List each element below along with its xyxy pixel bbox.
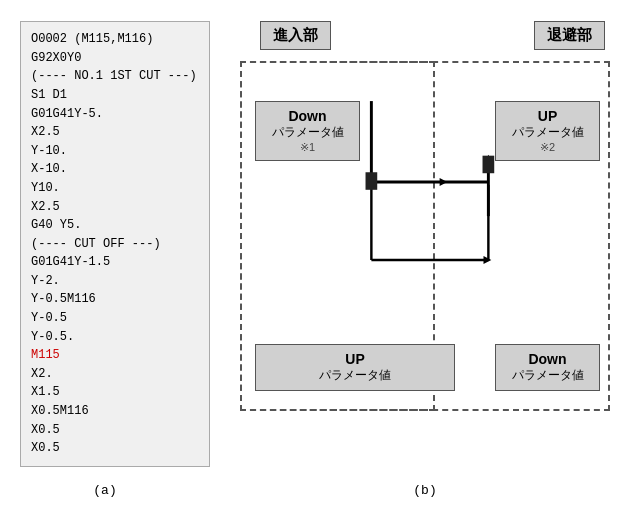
code-line: G01G41Y-1.5 <box>31 253 199 272</box>
code-line: M115 <box>31 346 199 365</box>
label-a: (a) <box>0 483 210 498</box>
label-b: (b) <box>210 483 640 498</box>
code-line: X2.5 <box>31 198 199 217</box>
label-nyubu: 進入部 <box>260 21 331 50</box>
code-line: G01G41Y-5. <box>31 105 199 124</box>
code-line: Y-2. <box>31 272 199 291</box>
code-line: S1 D1 <box>31 86 199 105</box>
code-line: O0002 (M115,M116) <box>31 30 199 49</box>
code-line: X2.5 <box>31 123 199 142</box>
code-listing: O0002 (M115,M116)G92X0Y0(---- NO.1 1ST C… <box>20 21 210 467</box>
code-line: (---- NO.1 1ST CUT ---) <box>31 67 199 86</box>
code-line: Y-0.5 <box>31 309 199 328</box>
box-up-bottom: UP パラメータ値 <box>255 344 455 391</box>
box-down-left: Down パラメータ値 ※1 <box>255 101 360 161</box>
code-line: X1.5 <box>31 383 199 402</box>
box-down-right: Down パラメータ値 <box>495 344 600 391</box>
code-line: X-10. <box>31 160 199 179</box>
code-line: Y-0.5. <box>31 328 199 347</box>
code-line: X0.5M116 <box>31 402 199 421</box>
code-line: (---- CUT OFF ---) <box>31 235 199 254</box>
code-line: X0.5 <box>31 421 199 440</box>
code-line: G40 Y5. <box>31 216 199 235</box>
box-up-right: UP パラメータ値 ※2 <box>495 101 600 161</box>
code-line: X2. <box>31 365 199 384</box>
code-line: G92X0Y0 <box>31 49 199 68</box>
code-line: Y10. <box>31 179 199 198</box>
diagram-panel: 進入部 退避部 Down パラメータ値 ※1 UP パラメータ値 ※2 UP パ… <box>230 21 620 421</box>
code-line: Y-10. <box>31 142 199 161</box>
bottom-labels: (a) (b) <box>0 483 640 498</box>
code-line: X0.5 <box>31 439 199 458</box>
code-line: Y-0.5M116 <box>31 290 199 309</box>
label-taihifu: 退避部 <box>534 21 605 50</box>
